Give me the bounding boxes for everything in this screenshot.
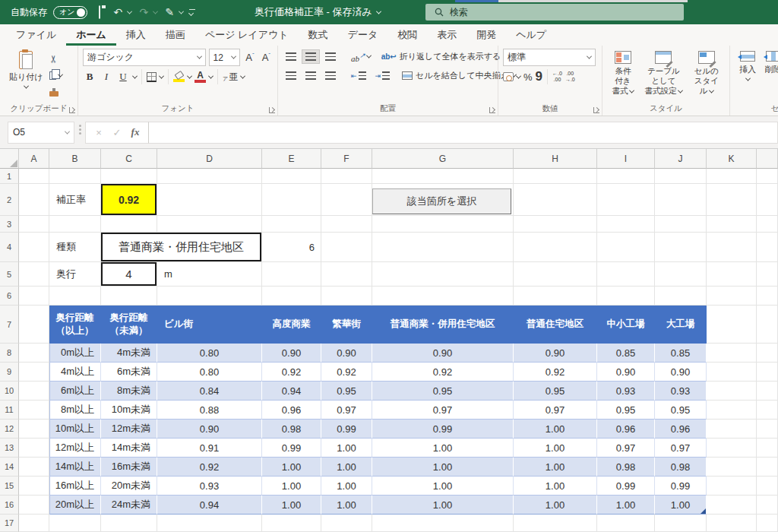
row-header-8[interactable]: 8 — [0, 344, 19, 363]
cell-H5[interactable] — [514, 262, 597, 287]
cancel-icon[interactable]: × — [90, 127, 107, 138]
cell-E17[interactable] — [262, 515, 321, 532]
cell-H3[interactable] — [514, 216, 597, 233]
col-header-F[interactable]: F — [321, 149, 372, 169]
cell-A5[interactable] — [19, 262, 49, 287]
cell-I6[interactable] — [597, 287, 655, 306]
cell-E4[interactable]: 6 — [262, 233, 321, 262]
cell-L4[interactable] — [757, 233, 778, 262]
tab-表示[interactable]: 表示 — [427, 24, 466, 46]
tab-データ[interactable]: データ — [338, 24, 388, 46]
cell-E6[interactable] — [262, 287, 321, 306]
cell-K1[interactable] — [707, 169, 757, 184]
tab-ページ レイアウト[interactable]: ページ レイアウト — [195, 24, 299, 46]
cell-C11[interactable]: 10m未満 — [101, 401, 157, 420]
wrap-text-button[interactable]: ab↩ 折り返して全体を表示する — [381, 51, 501, 62]
cell-G12[interactable]: 0.99 — [372, 420, 514, 439]
cell-D1[interactable] — [157, 169, 262, 184]
select-range-button[interactable]: 該当箇所を選択 — [372, 188, 511, 214]
cell-E15[interactable]: 1.00 — [262, 477, 321, 496]
cell-J5[interactable] — [655, 262, 707, 287]
cell-G17[interactable] — [372, 515, 514, 532]
cut-button[interactable]: ✂ — [49, 52, 62, 65]
cell-I9[interactable]: 0.90 — [597, 363, 655, 382]
cell-L9[interactable] — [757, 363, 778, 382]
cell-K13[interactable] — [707, 439, 757, 458]
row-header-16[interactable]: 16 — [0, 496, 19, 515]
cell-H6[interactable] — [514, 287, 597, 306]
cell-K6[interactable] — [707, 287, 757, 306]
cell-I15[interactable]: 0.99 — [597, 477, 655, 496]
cell-F11[interactable]: 0.97 — [321, 401, 372, 420]
align-left-button[interactable] — [283, 69, 299, 82]
cell-D3[interactable] — [157, 216, 262, 233]
row-header-6[interactable]: 6 — [0, 287, 19, 306]
col-header-B[interactable]: B — [49, 149, 101, 169]
cell-H2[interactable] — [514, 184, 597, 216]
cell-C15[interactable]: 20m未満 — [101, 477, 157, 496]
cell-J9[interactable]: 0.90 — [655, 363, 707, 382]
font-size-select[interactable]: 12 — [209, 49, 241, 66]
cell-D5[interactable]: m — [157, 262, 262, 287]
cell-I17[interactable] — [597, 515, 655, 532]
cell-B7[interactable]: 奥行距離（以上） — [49, 306, 101, 344]
cell-A9[interactable] — [19, 363, 49, 382]
redo-dropdown-icon[interactable] — [153, 8, 158, 14]
insert-dropdown-icon[interactable] — [745, 76, 750, 81]
increase-indent-button[interactable]: ⇥ — [372, 69, 394, 82]
cell-G7[interactable]: 普通商業・併用住宅地区 — [372, 306, 514, 344]
col-header-L[interactable] — [757, 149, 778, 169]
cell-L10[interactable] — [757, 382, 778, 401]
cell-B12[interactable]: 10m以上 — [49, 420, 101, 439]
save-icon[interactable] — [93, 7, 106, 17]
cell-J4[interactable] — [655, 233, 707, 262]
font-name-select[interactable]: 游ゴシック — [83, 49, 206, 66]
cell-A13[interactable] — [19, 439, 49, 458]
cell-K16[interactable] — [707, 496, 757, 515]
cell-A14[interactable] — [19, 458, 49, 477]
cell-E2[interactable] — [262, 184, 321, 216]
cell-J17[interactable] — [655, 515, 707, 532]
formula-input[interactable] — [148, 122, 778, 144]
cell-E14[interactable]: 1.00 — [262, 458, 321, 477]
cell-C2[interactable]: 0.92 — [101, 184, 157, 216]
cell-F16[interactable]: 1.00 — [321, 496, 372, 515]
cell-C9[interactable]: 6m未満 — [101, 363, 157, 382]
cell-K8[interactable] — [707, 344, 757, 363]
cell-L8[interactable] — [757, 344, 778, 363]
cell-C1[interactable] — [101, 169, 157, 184]
row-header-11[interactable]: 11 — [0, 401, 19, 420]
cell-D6[interactable] — [157, 287, 262, 306]
cell-D12[interactable]: 0.90 — [157, 420, 262, 439]
cell-H10[interactable]: 0.95 — [514, 382, 597, 401]
align-middle-button[interactable] — [302, 50, 319, 63]
cell-I5[interactable] — [597, 262, 655, 287]
cell-L11[interactable] — [757, 401, 778, 420]
enter-icon[interactable]: ✓ — [109, 127, 125, 138]
cell-D13[interactable]: 0.91 — [157, 439, 262, 458]
cell-G15[interactable]: 1.00 — [372, 477, 514, 496]
cell-I12[interactable]: 0.96 — [597, 420, 655, 439]
cell-K14[interactable] — [707, 458, 757, 477]
cell-G5[interactable] — [372, 262, 514, 287]
format-as-table-button[interactable]: テーブルとして書式設定 — [639, 49, 688, 103]
fill-color-button[interactable] — [173, 72, 185, 82]
cell-F13[interactable]: 1.00 — [321, 439, 372, 458]
cell-F3[interactable] — [321, 216, 372, 233]
row-header-2[interactable]: 2 — [0, 184, 19, 216]
tab-描画[interactable]: 描画 — [156, 24, 195, 46]
cell-H16[interactable]: 1.00 — [514, 496, 597, 515]
search-box[interactable]: 検索 — [425, 4, 684, 21]
cell-B4[interactable]: 種類 — [49, 233, 101, 262]
comma-style-button[interactable]: 9 — [536, 73, 542, 81]
cell-E8[interactable]: 0.90 — [262, 344, 321, 363]
underline-dropdown-icon[interactable] — [132, 73, 138, 78]
cell-L5[interactable] — [757, 262, 778, 287]
accounting-format-icon[interactable] — [503, 72, 514, 81]
italic-button[interactable]: I — [100, 69, 113, 84]
cell-L12[interactable] — [757, 420, 778, 439]
cell-G3[interactable] — [372, 216, 514, 233]
cell-B3[interactable] — [49, 216, 101, 233]
cell-E13[interactable]: 0.99 — [262, 439, 321, 458]
cell-J7[interactable]: 大工場 — [655, 306, 707, 344]
